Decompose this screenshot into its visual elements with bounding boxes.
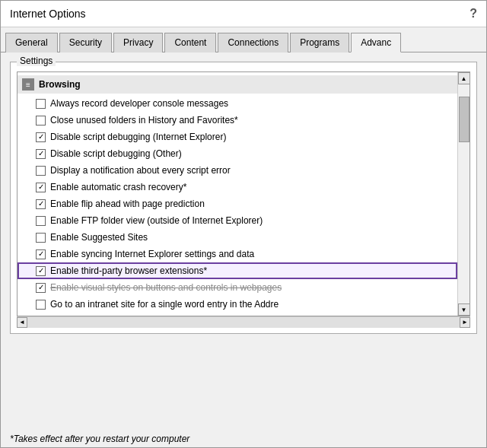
checkbox-5[interactable] — [36, 183, 46, 192]
tab-connections[interactable]: Connections — [218, 33, 288, 52]
checkbox-7[interactable] — [36, 216, 46, 226]
scroll-down-arrow[interactable]: ▼ — [458, 303, 470, 316]
checkbox-0[interactable] — [36, 99, 46, 109]
settings-group: Settings ≡ Browsing Always record develo… — [10, 62, 477, 334]
setting-item-4[interactable]: Display a notification about every scrip… — [18, 162, 457, 179]
tab-content[interactable]: Content — [164, 33, 216, 52]
setting-item-12[interactable]: Go to an intranet site for a single word… — [18, 296, 457, 313]
setting-text-0: Always record developer console messages — [50, 97, 228, 110]
setting-text-4: Display a notification about every scrip… — [50, 164, 231, 177]
checkbox-3[interactable] — [36, 149, 46, 159]
settings-list[interactable]: ≡ Browsing Always record developer conso… — [18, 72, 457, 316]
scroll-thumb[interactable] — [459, 97, 469, 142]
dialog-title: Internet Options — [10, 8, 86, 20]
tab-security[interactable]: Security — [59, 33, 112, 52]
horizontal-scrollbar[interactable]: ◄ ► — [17, 316, 470, 327]
setting-text-1: Close unused folders in History and Favo… — [50, 114, 238, 127]
footer-text: *Takes effect after you restart your com… — [1, 427, 486, 447]
setting-item-11[interactable]: Enable visual styles on buttons and cont… — [18, 279, 457, 296]
checkbox-1[interactable] — [36, 116, 46, 126]
setting-text-8: Enable Suggested Sites — [50, 231, 148, 244]
setting-text-11: Enable visual styles on buttons and cont… — [50, 281, 282, 294]
setting-text-12: Go to an intranet site for a single word… — [50, 298, 279, 311]
setting-item-8[interactable]: Enable Suggested Sites — [18, 229, 457, 246]
checkbox-4[interactable] — [36, 166, 46, 176]
content-area: Settings ≡ Browsing Always record develo… — [1, 52, 486, 427]
section-title: Browsing — [39, 79, 81, 90]
setting-text-6: Enable flip ahead with page prediction — [50, 198, 205, 211]
checkbox-8[interactable] — [36, 233, 46, 243]
browsing-icon: ≡ — [22, 78, 34, 91]
scroll-right-arrow[interactable]: ► — [460, 317, 470, 328]
setting-text-7: Enable FTP folder view (outside of Inter… — [50, 214, 263, 227]
checkbox-9[interactable] — [36, 249, 46, 259]
tab-advanc[interactable]: Advanc — [351, 33, 401, 52]
setting-text-9: Enable syncing Internet Explorer setting… — [50, 248, 254, 261]
setting-text-10: Enable third-party browser extensions* — [50, 265, 207, 278]
tab-privacy[interactable]: Privacy — [113, 33, 163, 52]
setting-item-3[interactable]: Disable script debugging (Other) — [18, 145, 457, 162]
help-button[interactable]: ? — [469, 7, 477, 21]
title-bar: Internet Options ? — [1, 1, 486, 27]
setting-item-1[interactable]: Close unused folders in History and Favo… — [18, 112, 457, 129]
tab-programs[interactable]: Programs — [290, 33, 349, 52]
setting-item-6[interactable]: Enable flip ahead with page prediction — [18, 195, 457, 212]
checkbox-2[interactable] — [36, 132, 46, 142]
setting-item-7[interactable]: Enable FTP folder view (outside of Inter… — [18, 212, 457, 229]
setting-text-3: Disable script debugging (Other) — [50, 148, 182, 160]
setting-item-2[interactable]: Disable script debugging (Internet Explo… — [18, 129, 457, 145]
settings-label: Settings — [17, 56, 56, 66]
internet-options-dialog: Internet Options ? GeneralSecurityPrivac… — [0, 0, 487, 448]
setting-text-5: Enable automatic crash recovery* — [50, 181, 186, 194]
setting-item-10[interactable]: Enable third-party browser extensions* — [18, 262, 457, 279]
checkbox-10[interactable] — [36, 266, 46, 276]
tab-general[interactable]: General — [5, 33, 58, 52]
vertical-scrollbar[interactable]: ▲ ▼ — [457, 72, 469, 316]
scroll-up-arrow[interactable]: ▲ — [458, 72, 470, 84]
hscroll-track — [27, 317, 460, 328]
setting-item-5[interactable]: Enable automatic crash recovery* — [18, 179, 457, 195]
scroll-left-arrow[interactable]: ◄ — [17, 317, 27, 328]
setting-text-2: Disable script debugging (Internet Explo… — [50, 131, 226, 144]
browsing-section-header: ≡ Browsing — [18, 75, 457, 94]
setting-item-0[interactable]: Always record developer console messages — [18, 95, 457, 112]
checkbox-6[interactable] — [36, 199, 46, 209]
settings-items: Always record developer console messages… — [18, 95, 457, 313]
tab-bar: GeneralSecurityPrivacyContentConnections… — [1, 27, 486, 52]
settings-list-container: ≡ Browsing Always record developer conso… — [17, 71, 470, 316]
checkbox-11[interactable] — [36, 283, 46, 293]
setting-item-9[interactable]: Enable syncing Internet Explorer setting… — [18, 246, 457, 262]
checkbox-12[interactable] — [36, 300, 46, 310]
